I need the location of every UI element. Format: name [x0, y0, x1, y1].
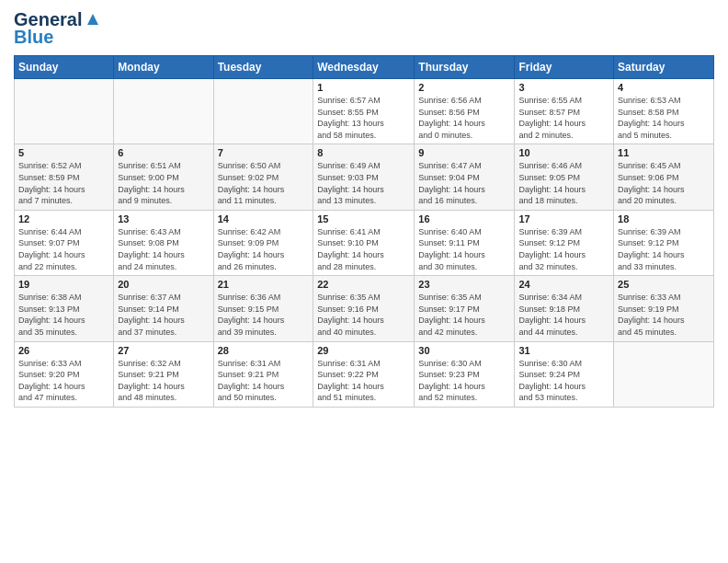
day-info: Sunrise: 6:30 AMSunset: 9:23 PMDaylight:…: [418, 358, 510, 404]
day-info: Sunrise: 6:50 AMSunset: 9:02 PMDaylight:…: [218, 160, 310, 206]
day-info: Sunrise: 6:52 AMSunset: 8:59 PMDaylight:…: [18, 160, 109, 206]
day-cell: 26Sunrise: 6:33 AMSunset: 9:20 PMDayligh…: [15, 341, 114, 407]
day-number: 23: [418, 279, 510, 290]
day-number: 13: [118, 213, 209, 224]
day-cell: 29Sunrise: 6:31 AMSunset: 9:22 PMDayligh…: [313, 341, 415, 407]
day-info: Sunrise: 6:43 AMSunset: 9:08 PMDaylight:…: [118, 226, 209, 272]
day-cell: 11Sunrise: 6:45 AMSunset: 9:06 PMDayligh…: [614, 144, 714, 210]
day-info: Sunrise: 6:42 AMSunset: 9:09 PMDaylight:…: [218, 226, 310, 272]
day-number: 12: [18, 213, 109, 224]
svg-marker-0: [87, 14, 98, 25]
day-cell: 14Sunrise: 6:42 AMSunset: 9:09 PMDayligh…: [213, 210, 313, 275]
day-info: Sunrise: 6:55 AMSunset: 8:57 PMDaylight:…: [518, 95, 609, 141]
day-number: 31: [518, 345, 609, 356]
day-info: Sunrise: 6:33 AMSunset: 9:20 PMDaylight:…: [18, 358, 109, 404]
day-info: Sunrise: 6:57 AMSunset: 8:55 PMDaylight:…: [317, 95, 410, 141]
day-number: 18: [618, 213, 710, 224]
day-cell: 22Sunrise: 6:35 AMSunset: 9:16 PMDayligh…: [313, 276, 415, 341]
day-cell: 1Sunrise: 6:57 AMSunset: 8:55 PMDaylight…: [313, 79, 415, 144]
day-info: Sunrise: 6:39 AMSunset: 9:12 PMDaylight:…: [518, 226, 609, 272]
day-cell: 3Sunrise: 6:55 AMSunset: 8:57 PMDaylight…: [515, 79, 614, 144]
day-info: Sunrise: 6:35 AMSunset: 9:17 PMDaylight:…: [418, 292, 510, 338]
day-info: Sunrise: 6:31 AMSunset: 9:22 PMDaylight:…: [317, 358, 410, 404]
day-number: 25: [618, 279, 710, 290]
day-info: Sunrise: 6:40 AMSunset: 9:11 PMDaylight:…: [418, 226, 510, 272]
logo-icon: [84, 10, 102, 29]
day-number: 29: [317, 345, 410, 356]
day-info: Sunrise: 6:39 AMSunset: 9:12 PMDaylight:…: [618, 226, 710, 272]
weekday-header-tuesday: Tuesday: [213, 56, 313, 79]
week-row-4: 19Sunrise: 6:38 AMSunset: 9:13 PMDayligh…: [15, 276, 714, 341]
day-number: 16: [418, 213, 510, 224]
day-cell: 21Sunrise: 6:36 AMSunset: 9:15 PMDayligh…: [213, 276, 313, 341]
weekday-header-wednesday: Wednesday: [313, 56, 415, 79]
week-row-3: 12Sunrise: 6:44 AMSunset: 9:07 PMDayligh…: [15, 210, 714, 275]
day-number: 14: [218, 213, 310, 224]
day-info: Sunrise: 6:47 AMSunset: 9:04 PMDaylight:…: [418, 160, 510, 206]
day-cell: 27Sunrise: 6:32 AMSunset: 9:21 PMDayligh…: [114, 341, 213, 407]
day-cell: 30Sunrise: 6:30 AMSunset: 9:23 PMDayligh…: [415, 341, 515, 407]
day-info: Sunrise: 6:49 AMSunset: 9:03 PMDaylight:…: [317, 160, 410, 206]
day-number: 26: [18, 345, 109, 356]
day-info: Sunrise: 6:35 AMSunset: 9:16 PMDaylight:…: [317, 292, 410, 338]
day-cell: 5Sunrise: 6:52 AMSunset: 8:59 PMDaylight…: [15, 144, 114, 210]
day-number: 8: [317, 147, 410, 158]
day-number: 30: [418, 345, 510, 356]
day-number: 28: [218, 345, 310, 356]
day-cell: 9Sunrise: 6:47 AMSunset: 9:04 PMDaylight…: [415, 144, 515, 210]
day-info: Sunrise: 6:30 AMSunset: 9:24 PMDaylight:…: [518, 358, 609, 404]
day-info: Sunrise: 6:45 AMSunset: 9:06 PMDaylight:…: [618, 160, 710, 206]
day-number: 4: [618, 82, 710, 93]
day-cell: 8Sunrise: 6:49 AMSunset: 9:03 PMDaylight…: [313, 144, 415, 210]
day-number: 22: [317, 279, 410, 290]
day-cell: 16Sunrise: 6:40 AMSunset: 9:11 PMDayligh…: [415, 210, 515, 275]
day-cell: 12Sunrise: 6:44 AMSunset: 9:07 PMDayligh…: [15, 210, 114, 275]
day-info: Sunrise: 6:56 AMSunset: 8:56 PMDaylight:…: [418, 95, 510, 141]
header: General Blue: [14, 9, 714, 48]
day-number: 21: [218, 279, 310, 290]
day-cell: 13Sunrise: 6:43 AMSunset: 9:08 PMDayligh…: [114, 210, 213, 275]
day-cell: 4Sunrise: 6:53 AMSunset: 8:58 PMDaylight…: [614, 79, 714, 144]
day-cell: [15, 79, 114, 144]
day-number: 27: [118, 345, 209, 356]
day-cell: 17Sunrise: 6:39 AMSunset: 9:12 PMDayligh…: [515, 210, 614, 275]
day-info: Sunrise: 6:32 AMSunset: 9:21 PMDaylight:…: [118, 358, 209, 404]
day-cell: [213, 79, 313, 144]
day-cell: 28Sunrise: 6:31 AMSunset: 9:21 PMDayligh…: [213, 341, 313, 407]
day-cell: 19Sunrise: 6:38 AMSunset: 9:13 PMDayligh…: [15, 276, 114, 341]
day-cell: 6Sunrise: 6:51 AMSunset: 9:00 PMDaylight…: [114, 144, 213, 210]
day-info: Sunrise: 6:33 AMSunset: 9:19 PMDaylight:…: [618, 292, 710, 338]
day-cell: 20Sunrise: 6:37 AMSunset: 9:14 PMDayligh…: [114, 276, 213, 341]
day-info: Sunrise: 6:31 AMSunset: 9:21 PMDaylight:…: [218, 358, 310, 404]
day-number: 10: [518, 147, 609, 158]
day-number: 19: [18, 279, 109, 290]
day-number: 24: [518, 279, 609, 290]
day-info: Sunrise: 6:36 AMSunset: 9:15 PMDaylight:…: [218, 292, 310, 338]
day-number: 1: [317, 82, 410, 93]
day-info: Sunrise: 6:37 AMSunset: 9:14 PMDaylight:…: [118, 292, 209, 338]
day-info: Sunrise: 6:51 AMSunset: 9:00 PMDaylight:…: [118, 160, 209, 206]
day-info: Sunrise: 6:34 AMSunset: 9:18 PMDaylight:…: [518, 292, 609, 338]
weekday-header-friday: Friday: [515, 56, 614, 79]
day-info: Sunrise: 6:38 AMSunset: 9:13 PMDaylight:…: [18, 292, 109, 338]
calendar: SundayMondayTuesdayWednesdayThursdayFrid…: [14, 55, 714, 408]
day-cell: [614, 341, 714, 407]
day-cell: 18Sunrise: 6:39 AMSunset: 9:12 PMDayligh…: [614, 210, 714, 275]
day-number: 15: [317, 213, 410, 224]
week-row-2: 5Sunrise: 6:52 AMSunset: 8:59 PMDaylight…: [15, 144, 714, 210]
weekday-header-thursday: Thursday: [415, 56, 515, 79]
day-info: Sunrise: 6:41 AMSunset: 9:10 PMDaylight:…: [317, 226, 410, 272]
day-cell: 10Sunrise: 6:46 AMSunset: 9:05 PMDayligh…: [515, 144, 614, 210]
weekday-header-saturday: Saturday: [614, 56, 714, 79]
day-cell: 2Sunrise: 6:56 AMSunset: 8:56 PMDaylight…: [415, 79, 515, 144]
day-info: Sunrise: 6:53 AMSunset: 8:58 PMDaylight:…: [618, 95, 710, 141]
weekday-header-row: SundayMondayTuesdayWednesdayThursdayFrid…: [15, 56, 714, 79]
day-number: 6: [118, 147, 209, 158]
day-number: 11: [618, 147, 710, 158]
day-info: Sunrise: 6:46 AMSunset: 9:05 PMDaylight:…: [518, 160, 609, 206]
day-number: 20: [118, 279, 209, 290]
day-number: 2: [418, 82, 510, 93]
day-cell: 15Sunrise: 6:41 AMSunset: 9:10 PMDayligh…: [313, 210, 415, 275]
day-number: 7: [218, 147, 310, 158]
day-info: Sunrise: 6:44 AMSunset: 9:07 PMDaylight:…: [18, 226, 109, 272]
